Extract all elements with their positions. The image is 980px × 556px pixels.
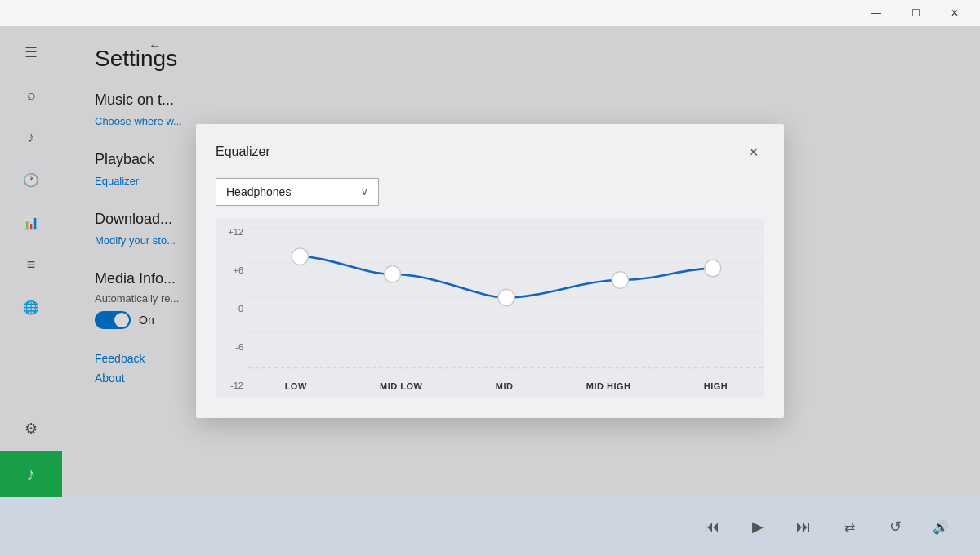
eq-label-midlow: MID LOW bbox=[380, 381, 422, 391]
equalizer-modal: Equalizer ✕ Headphones ∨ +12 +6 0 -6 -12 bbox=[196, 124, 784, 418]
eq-label-plus6: +6 bbox=[216, 265, 248, 275]
eq-label-midhigh: MID HIGH bbox=[586, 381, 631, 391]
prev-button[interactable]: ⏮ bbox=[699, 514, 725, 540]
play-button[interactable]: ▶ bbox=[745, 514, 771, 540]
prev-icon: ⏮ bbox=[705, 518, 719, 536]
repeat-icon: ↺ bbox=[889, 518, 902, 536]
eq-handle-high[interactable] bbox=[705, 260, 721, 277]
eq-x-labels: LOW MID LOW MID MID HIGH HIGH bbox=[248, 374, 764, 398]
play-icon: ▶ bbox=[752, 518, 764, 536]
next-icon: ⏭ bbox=[796, 518, 811, 536]
modal-close-button[interactable]: ✕ bbox=[742, 140, 764, 163]
repeat-button[interactable]: ↺ bbox=[882, 514, 908, 540]
window-close-button[interactable]: ✕ bbox=[936, 0, 973, 26]
window-controls: — ☐ ✕ bbox=[858, 0, 973, 26]
chevron-down-icon: ∨ bbox=[361, 186, 368, 198]
app-window: — ☐ ✕ ☰ ⌕ ♪ 🕐 📊 ≡ bbox=[0, 0, 980, 556]
eq-label-minus6: -6 bbox=[216, 342, 248, 352]
modal-header: Equalizer ✕ bbox=[216, 140, 764, 163]
maximize-button[interactable]: ☐ bbox=[897, 0, 934, 26]
eq-svg bbox=[248, 219, 764, 374]
equalizer-chart: +12 +6 0 -6 -12 bbox=[216, 219, 764, 398]
next-button[interactable]: ⏭ bbox=[791, 514, 817, 540]
eq-label-high: HIGH bbox=[704, 381, 728, 391]
eq-label-mid: MID bbox=[496, 381, 514, 391]
eq-handle-midhigh[interactable] bbox=[612, 272, 628, 289]
eq-handle-midlow[interactable] bbox=[385, 266, 401, 283]
modal-overlay: Equalizer ✕ Headphones ∨ +12 +6 0 -6 -12 bbox=[0, 26, 980, 497]
title-bar: — ☐ ✕ bbox=[0, 0, 980, 26]
minimize-button[interactable]: — bbox=[858, 0, 895, 26]
eq-label-zero: 0 bbox=[216, 304, 248, 314]
eq-label-minus12: -12 bbox=[216, 380, 248, 390]
eq-handle-low[interactable] bbox=[292, 248, 308, 265]
dropdown-value: Headphones bbox=[226, 185, 291, 198]
player-bar: ⏮ ▶ ⏭ ⇄ ↺ 🔊 bbox=[0, 497, 980, 556]
volume-button[interactable]: 🔊 bbox=[928, 514, 954, 540]
modal-title: Equalizer bbox=[216, 145, 270, 159]
shuffle-icon: ⇄ bbox=[844, 519, 855, 535]
volume-icon: 🔊 bbox=[933, 519, 949, 535]
eq-handle-mid[interactable] bbox=[498, 289, 514, 306]
eq-label-low: LOW bbox=[285, 381, 307, 391]
eq-label-plus12: +12 bbox=[216, 227, 248, 237]
preset-dropdown[interactable]: Headphones ∨ bbox=[216, 178, 379, 206]
shuffle-button[interactable]: ⇄ bbox=[836, 514, 862, 540]
eq-y-labels: +12 +6 0 -6 -12 bbox=[216, 219, 248, 398]
